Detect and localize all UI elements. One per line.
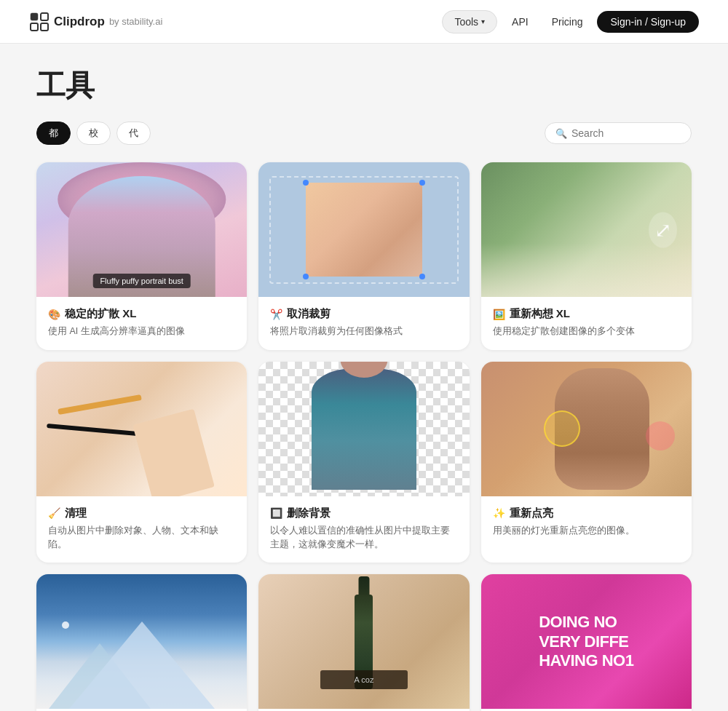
chevron-down-icon: ▾ xyxy=(481,17,485,25)
wine-label: A coz xyxy=(320,670,408,689)
portrait-label: Fluffy puffy portrait bust xyxy=(92,274,191,288)
tool-card-upscale[interactable]: 🔍 图像升频器 在几秒钟内将您的图像放大 2 倍或 4 倍。它还可以消除噪音并恢… xyxy=(36,574,247,711)
card-title-relight: ✨ 重新点亮 xyxy=(493,507,680,520)
card-image-replace-bg: A coz xyxy=(258,574,469,709)
card-image-relight xyxy=(481,362,692,496)
filter-bar: 都 校 代 🔍 xyxy=(36,122,692,145)
filter-all[interactable]: 都 xyxy=(36,122,71,145)
page-title: 工具 xyxy=(36,65,692,106)
card-desc-remove-bg: 以令人难以置信的准确性从图片中提取主要主题，这就像变魔术一样。 xyxy=(270,524,457,552)
card-image-upscale xyxy=(36,574,247,709)
stable-diffusion-icon: 🎨 xyxy=(48,309,60,320)
svg-rect-3 xyxy=(41,23,48,31)
billboard-text: DOING NO VERY DIFFE HAVING NO1 xyxy=(539,613,633,670)
navbar: Clipdrop by stability.ai Tools ▾ API Pri… xyxy=(0,0,728,44)
main-content: 工具 都 校 代 🔍 Fluffy puffy portrait bust 🎨 … xyxy=(22,44,706,711)
card-title-reimagine: 🖼️ 重新构想 XL xyxy=(493,307,680,321)
card-desc-cleanup: 自动从图片中删除对象、人物、文本和缺陷。 xyxy=(48,524,235,552)
logo-text: Clipdrop xyxy=(54,15,105,29)
card-title-cleanup: 🧹 清理 xyxy=(48,507,235,520)
tool-card-reimagine[interactable]: ⤢ 🖼️ 重新构想 XL 使用稳定扩散创建图像的多个变体 xyxy=(481,162,692,350)
mountain-shape-1 xyxy=(69,621,215,709)
card-image-remove-bg xyxy=(258,362,469,496)
person-head xyxy=(340,362,387,378)
card-desc-stable-diffusion: 使用 AI 生成高分辨率逼真的图像 xyxy=(48,325,235,338)
reimagine-icon-label: 🖼️ xyxy=(493,309,505,320)
tool-card-text-remover[interactable]: DOING NO VERY DIFFE HAVING NO1 🔤 文本去除器 从… xyxy=(481,574,692,711)
uncrop-inner xyxy=(306,183,422,277)
search-wrap: 🔍 xyxy=(545,122,692,144)
tool-card-remove-bg[interactable]: 🔲 删除背景 以令人难以置信的准确性从图片中提取主要主题，这就像变魔术一样。 xyxy=(258,362,469,563)
uncrop-dot-tl xyxy=(303,180,309,186)
tool-card-cleanup[interactable]: 🧹 清理 自动从图片中删除对象、人物、文本和缺陷。 xyxy=(36,362,247,563)
card-title-remove-bg: 🔲 删除背景 xyxy=(270,507,457,520)
logo-icon xyxy=(29,12,50,32)
tools-grid: Fluffy puffy portrait bust 🎨 稳定的扩散 XL 使用… xyxy=(36,162,692,711)
logo[interactable]: Clipdrop by stability.ai xyxy=(29,12,162,32)
svg-rect-1 xyxy=(41,13,48,20)
tool-card-relight[interactable]: ✨ 重新点亮 用美丽的灯光重新点亮您的图像。 xyxy=(481,362,692,563)
card-image-uncrop xyxy=(258,162,469,297)
relight-yellow-light xyxy=(544,410,580,447)
card-title-uncrop: ✂️ 取消裁剪 xyxy=(270,307,457,321)
remove-bg-icon: 🔲 xyxy=(270,507,282,519)
card-image-stable-diffusion: Fluffy puffy portrait bust xyxy=(36,162,247,297)
uncrop-icon: ✂️ xyxy=(270,309,282,320)
relight-icon: ✨ xyxy=(493,507,505,519)
cleanup-icon: 🧹 xyxy=(48,507,60,519)
person-silhouette xyxy=(312,368,417,490)
signin-button[interactable]: Sign-in / Sign-up xyxy=(597,11,699,33)
relight-pink-light xyxy=(646,421,675,450)
reimagine-shuffle-icon: ⤢ xyxy=(649,212,677,247)
nav-right: Tools ▾ API Pricing Sign-in / Sign-up xyxy=(442,10,699,33)
pricing-link[interactable]: Pricing xyxy=(543,11,592,33)
tool-card-replace-bg[interactable]: A coz 🖼️ 替换背景 使用AI将任何东西传送到任何地方 xyxy=(258,574,469,711)
filter-dai[interactable]: 代 xyxy=(116,122,151,145)
tool-card-uncrop[interactable]: ✂️ 取消裁剪 将照片取消裁剪为任何图像格式 xyxy=(258,162,469,350)
search-input[interactable] xyxy=(571,127,681,139)
tool-card-stable-diffusion[interactable]: Fluffy puffy portrait bust 🎨 稳定的扩散 XL 使用… xyxy=(36,162,247,350)
svg-rect-2 xyxy=(31,23,38,31)
uncrop-dot-tr xyxy=(419,180,425,186)
card-desc-uncrop: 将照片取消裁剪为任何图像格式 xyxy=(270,325,457,338)
card-title-stable-diffusion: 🎨 稳定的扩散 XL xyxy=(48,307,235,321)
upscale-dot xyxy=(62,621,69,629)
search-icon: 🔍 xyxy=(555,128,567,139)
svg-rect-0 xyxy=(31,13,38,20)
card-image-cleanup xyxy=(36,362,247,496)
filter-jiao[interactable]: 校 xyxy=(76,122,111,145)
card-desc-relight: 用美丽的灯光重新点亮您的图像。 xyxy=(493,524,680,538)
logo-by: by stability.ai xyxy=(109,16,162,27)
uncrop-dot-br xyxy=(419,274,425,279)
api-link[interactable]: API xyxy=(503,11,537,33)
card-desc-reimagine: 使用稳定扩散创建图像的多个变体 xyxy=(493,325,680,338)
card-image-text-remover: DOING NO VERY DIFFE HAVING NO1 xyxy=(481,574,692,709)
tools-button[interactable]: Tools ▾ xyxy=(442,10,497,33)
card-image-reimagine: ⤢ xyxy=(481,162,692,297)
